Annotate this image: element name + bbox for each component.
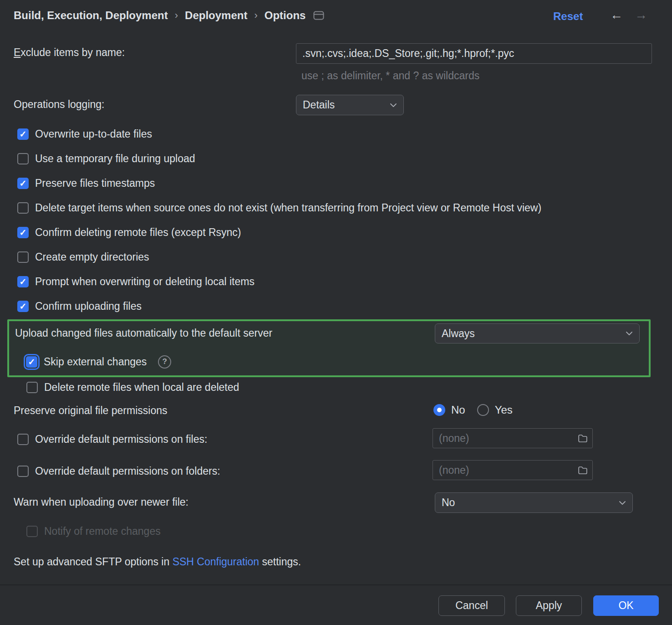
option-row: ✓ Use a temporary file during upload (17, 152, 195, 165)
radio-option-no[interactable]: No (433, 404, 465, 416)
exclude-items-label: Exclude items by name: (14, 46, 125, 59)
checkbox-delete-remote-files[interactable]: ✓ (26, 382, 38, 393)
option-label: Delete target items when source ones do … (35, 202, 541, 214)
warn-newer-label: Warn when uploading over newer file: (14, 496, 188, 508)
breadcrumb-separator: › (175, 10, 178, 21)
warn-newer-value: No (442, 497, 455, 509)
option-row: ✓ Delete target items when source ones d… (17, 201, 541, 215)
option-row: ✓ Confirm deleting remote files (except … (17, 225, 241, 239)
exclude-items-input[interactable] (296, 43, 652, 64)
operations-logging-label: Operations logging: (14, 98, 104, 111)
help-icon[interactable]: ? (158, 355, 171, 369)
check-icon: ✓ (28, 358, 36, 366)
option-row: ✓ Create empty directories (17, 250, 149, 264)
checkbox-skip-external-changes[interactable]: ✓ (26, 356, 37, 368)
override-files-input[interactable] (433, 432, 573, 445)
preserve-permissions-radio-group: No Yes (433, 404, 513, 416)
breadcrumb-item-build-execution-deployment[interactable]: Build, Execution, Deployment (14, 9, 168, 22)
skip-external-row: ✓ Skip external changes ? (26, 355, 171, 369)
check-icon: ✓ (20, 228, 27, 237)
breadcrumb-item-options: Options (265, 9, 306, 22)
sftp-note: Set up advanced SFTP options in SSH Conf… (14, 556, 301, 568)
check-icon: ✓ (20, 130, 27, 138)
checkbox-confirm-deleting-remote[interactable]: ✓ (17, 227, 29, 238)
option-row: ✓ Confirm uploading files (17, 299, 142, 313)
back-arrow-icon[interactable]: ← (610, 8, 623, 22)
window-icon[interactable] (313, 11, 324, 20)
ssh-configuration-link[interactable]: SSH Configuration (173, 556, 260, 568)
checkbox-notify-remote-changes: ✓ (26, 526, 38, 537)
option-label: Confirm uploading files (35, 300, 142, 312)
option-label: Overwrite up-to-date files (35, 128, 152, 140)
upload-changed-label: Upload changed files automatically to th… (15, 327, 272, 339)
override-files-field (433, 428, 593, 448)
option-label: Preserve files timestamps (35, 177, 155, 190)
option-row-disabled: ✓ Notify of remote changes (26, 524, 161, 538)
option-label: Delete remote files when local are delet… (44, 381, 239, 394)
option-row: ✓ Prompt when overwriting or deleting lo… (17, 275, 255, 288)
radio-icon[interactable] (433, 404, 445, 416)
breadcrumb-item-deployment[interactable]: Deployment (185, 9, 247, 22)
cancel-button[interactable]: Cancel (438, 595, 505, 616)
option-row: ✓ Override default permissions on files: (17, 432, 207, 446)
checkbox-override-permissions-folders[interactable]: ✓ (17, 466, 29, 477)
breadcrumb-separator: › (254, 10, 257, 21)
breadcrumb: Build, Execution, Deployment › Deploymen… (14, 9, 324, 22)
chevron-down-icon (626, 331, 633, 336)
folder-icon[interactable] (573, 466, 592, 475)
checkbox-confirm-uploading[interactable]: ✓ (17, 301, 29, 312)
option-label: Override default permissions on files: (35, 433, 207, 446)
sftp-note-suffix: settings. (259, 556, 301, 568)
radio-option-yes[interactable]: Yes (477, 404, 513, 416)
checkbox-prompt-when-overwriting[interactable]: ✓ (17, 276, 29, 287)
upload-changed-dropdown[interactable]: Always (435, 323, 640, 343)
operations-logging-value: Details (303, 99, 335, 111)
check-icon: ✓ (20, 277, 27, 286)
warn-newer-dropdown[interactable]: No (435, 492, 633, 513)
forward-arrow-icon: → (635, 8, 647, 22)
upload-changed-value: Always (442, 328, 475, 340)
override-folders-field (433, 460, 593, 480)
option-row: ✓ Preserve files timestamps (17, 176, 155, 190)
checkbox-overwrite-up-to-date[interactable]: ✓ (17, 128, 29, 140)
radio-label: No (451, 404, 465, 416)
checkbox-preserve-timestamps[interactable]: ✓ (17, 178, 29, 189)
option-label: Prompt when overwriting or deleting loca… (35, 276, 255, 288)
checkbox-delete-target-items[interactable]: ✓ (17, 202, 29, 214)
ok-button[interactable]: OK (593, 595, 659, 616)
checkbox-temporary-file[interactable]: ✓ (17, 153, 29, 164)
option-label: Confirm deleting remote files (except Rs… (35, 226, 241, 239)
preserve-permissions-label: Preserve original file permissions (14, 405, 167, 417)
exclude-hint: use ; as delimiter, * and ? as wildcards (301, 70, 479, 82)
skip-external-label: Skip external changes (44, 356, 147, 368)
apply-button[interactable]: Apply (516, 595, 582, 616)
reset-button[interactable]: Reset (553, 10, 583, 23)
chevron-down-icon (390, 103, 397, 108)
checkbox-create-empty-directories[interactable]: ✓ (17, 251, 29, 263)
option-label: Override default permissions on folders: (35, 465, 220, 477)
option-row: ✓ Overwrite up-to-date files (17, 127, 152, 141)
folder-icon[interactable] (573, 434, 592, 443)
option-row: ✓ Override default permissions on folder… (17, 464, 220, 478)
option-label: Notify of remote changes (44, 525, 161, 538)
radio-dot (437, 408, 442, 412)
override-folders-input[interactable] (433, 464, 573, 476)
option-label: Use a temporary file during upload (35, 153, 195, 165)
radio-label: Yes (495, 404, 513, 416)
option-row: ✓ Delete remote files when local are del… (26, 380, 239, 394)
sftp-note-prefix: Set up advanced SFTP options in (14, 556, 173, 568)
check-icon: ✓ (20, 302, 27, 311)
check-icon: ✓ (20, 179, 27, 188)
option-label: Create empty directories (35, 251, 149, 263)
chevron-down-icon (619, 501, 626, 505)
checkbox-override-permissions-files[interactable]: ✓ (17, 434, 29, 445)
footer-separator (0, 584, 672, 585)
operations-logging-dropdown[interactable]: Details (296, 95, 404, 115)
radio-icon[interactable] (477, 404, 489, 416)
